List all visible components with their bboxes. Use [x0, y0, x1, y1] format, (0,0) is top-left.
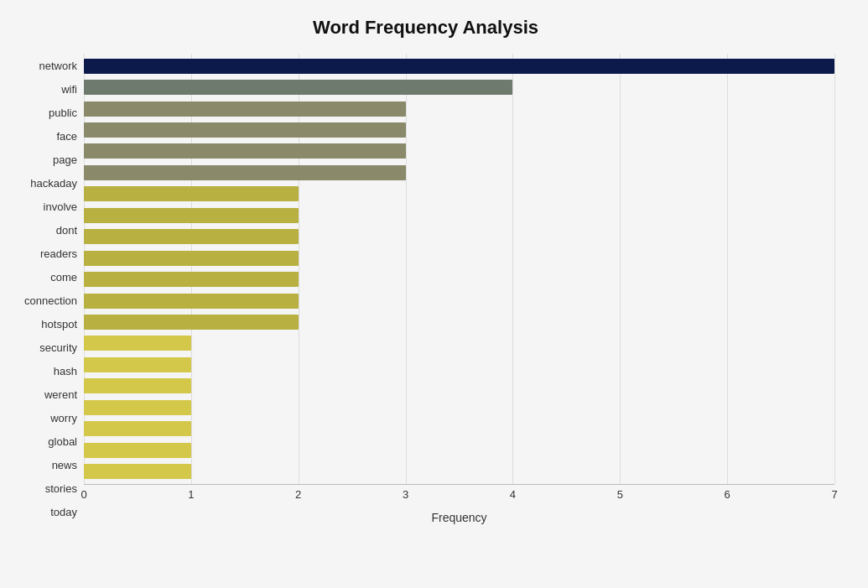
y-label: werent: [44, 389, 77, 400]
x-tick-label: 5: [617, 488, 623, 501]
y-label: dont: [56, 225, 77, 236]
y-label: worry: [50, 413, 77, 424]
bar: [84, 443, 191, 458]
bar-row: [84, 185, 834, 203]
bar-row: [84, 100, 834, 118]
y-label: network: [39, 60, 77, 71]
bar-row: [84, 334, 834, 352]
y-label: hash: [54, 366, 77, 377]
bar: [84, 464, 191, 479]
bar: [84, 272, 299, 287]
bar-row: [84, 441, 834, 460]
y-label: public: [49, 107, 77, 118]
x-tick-label: 2: [295, 488, 301, 501]
bar-row: [84, 164, 834, 182]
y-label: today: [50, 507, 77, 518]
bar-row: [84, 419, 834, 438]
bar: [84, 336, 191, 351]
y-label: hotspot: [41, 319, 77, 330]
bar: [84, 251, 299, 266]
bar-row: [84, 206, 834, 225]
y-label: involve: [44, 201, 77, 212]
bar-row: [84, 377, 834, 395]
bar: [84, 294, 299, 309]
bar-row: [84, 462, 834, 481]
y-label: global: [48, 436, 77, 447]
x-axis-title: Frequency: [84, 511, 834, 524]
bar: [84, 378, 191, 393]
x-tick-label: 1: [188, 488, 194, 501]
bar: [84, 165, 406, 180]
bar-row: [84, 78, 834, 96]
bar: [84, 229, 299, 244]
grid-line: [834, 54, 835, 484]
bar-row: [84, 313, 834, 331]
bar: [84, 186, 299, 201]
bar: [84, 315, 299, 330]
bar: [84, 101, 406, 117]
bar: [84, 122, 406, 138]
bars-and-x: 01234567 Frequency: [84, 54, 834, 524]
bar: [84, 357, 191, 372]
y-label: hackaday: [30, 178, 77, 189]
bar-row: [84, 249, 834, 268]
y-label: page: [53, 154, 77, 165]
y-label: security: [39, 342, 77, 353]
bar: [84, 421, 191, 436]
y-label: wifi: [61, 84, 77, 95]
chart-area: networkwifipublicfacepagehackadayinvolve…: [17, 54, 834, 524]
chart-title: Word Frequency Analysis: [17, 17, 834, 39]
bar-row: [84, 398, 834, 417]
bar-row: [84, 142, 834, 160]
bar: [84, 59, 834, 74]
bar-row: [84, 57, 834, 75]
x-axis: 01234567: [84, 484, 834, 509]
bar: [84, 80, 512, 95]
y-label: stories: [45, 483, 77, 494]
bar-row: [84, 121, 834, 139]
bars-section: [84, 54, 834, 484]
y-label: readers: [40, 248, 77, 259]
bar-row: [84, 270, 834, 289]
y-label: come: [50, 272, 77, 283]
bars-wrapper: [84, 54, 834, 484]
x-tick-label: 6: [725, 488, 730, 501]
x-tick-label: 4: [510, 488, 516, 501]
bar: [84, 208, 299, 223]
bar: [84, 143, 406, 159]
y-label: face: [56, 131, 77, 142]
bar: [84, 400, 191, 415]
bar-row: [84, 292, 834, 310]
y-axis-labels: networkwifipublicfacepagehackadayinvolve…: [17, 54, 84, 524]
chart-container: Word Frequency Analysis networkwifipubli…: [0, 0, 868, 588]
bar-row: [84, 227, 834, 246]
bar-row: [84, 356, 834, 374]
y-label: news: [52, 460, 77, 471]
x-tick-label: 3: [403, 488, 408, 501]
x-tick-label: 7: [831, 488, 837, 501]
y-label: connection: [24, 295, 77, 306]
x-tick-label: 0: [81, 488, 86, 501]
